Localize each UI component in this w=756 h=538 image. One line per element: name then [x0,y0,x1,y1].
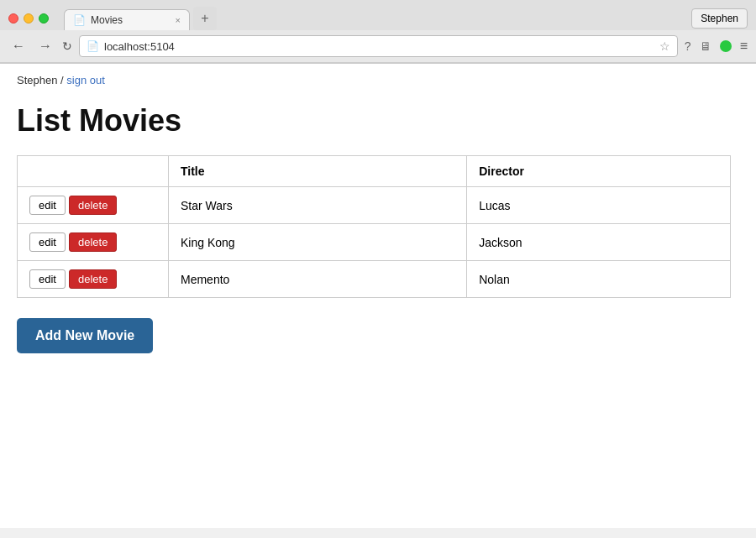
traffic-lights [8,13,49,24]
table-cell-title: Memento [169,261,467,298]
add-new-movie-button[interactable]: Add New Movie [17,318,153,353]
cast-icon[interactable]: 🖥 [700,39,711,53]
col-header-actions [18,156,169,187]
table-row: editdeleteMementoNolan [18,261,731,298]
address-bar: ← → ↻ 📄 localhost:5104 ☆ ? 🖥 ≡ [0,30,756,63]
breadcrumb: Stephen / sign out [17,74,739,86]
url-page-icon: 📄 [87,40,99,52]
bookmark-icon[interactable]: ☆ [659,39,670,53]
delete-button[interactable]: delete [69,269,117,289]
new-tab-button[interactable]: + [193,7,217,30]
table-cell-director: Jackson [467,224,731,261]
table-cell-actions: editdelete [18,261,169,298]
profile-button[interactable]: Stephen [691,8,748,29]
close-window-button[interactable] [8,13,18,24]
toolbar-icons: ? 🖥 ≡ [685,39,748,54]
help-icon[interactable]: ? [685,39,691,53]
edit-button[interactable]: edit [29,269,66,289]
delete-button[interactable]: delete [69,196,117,215]
tab-page-icon: 📄 [73,14,86,26]
signout-link[interactable]: sign out [66,74,105,86]
minimize-window-button[interactable] [24,13,34,24]
delete-button[interactable]: delete [69,232,117,252]
forward-button[interactable]: → [35,38,55,55]
table-cell-director: Nolan [467,261,731,298]
edit-button[interactable]: edit [29,196,66,215]
movies-table: Title Director editdeleteStar WarsLucase… [17,155,731,298]
table-cell-director: Lucas [467,187,731,224]
table-row: editdeleteStar WarsLucas [18,187,731,224]
browser-tab[interactable]: 📄 Movies × [64,9,190,30]
url-bar[interactable]: 📄 localhost:5104 ☆ [79,35,678,57]
extension-icon[interactable] [720,40,732,52]
tab-bar: 📄 Movies × + [64,7,685,30]
col-header-director: Director [467,156,731,187]
table-cell-actions: editdelete [18,187,169,224]
table-header-row: Title Director [18,156,731,187]
table-cell-title: King Kong [169,224,467,261]
back-button[interactable]: ← [8,38,29,55]
tab-title: Movies [91,14,123,26]
col-header-title: Title [169,156,467,187]
table-cell-actions: editdelete [18,224,169,261]
table-row: editdeleteKing KongJackson [18,224,731,261]
title-bar: 📄 Movies × + Stephen [0,0,756,30]
page-title: List Movies [17,103,739,138]
browser-chrome: 📄 Movies × + Stephen ← → ↻ 📄 localhost:5… [0,0,756,64]
table-cell-title: Star Wars [169,187,467,224]
refresh-button[interactable]: ↻ [62,39,72,53]
maximize-window-button[interactable] [39,13,49,24]
page-content: Stephen / sign out List Movies Title Dir… [0,64,756,528]
breadcrumb-user: Stephen [17,74,57,86]
url-text: localhost:5104 [104,40,654,53]
tab-close-button[interactable]: × [176,15,181,25]
edit-button[interactable]: edit [29,232,66,252]
menu-icon[interactable]: ≡ [740,39,748,54]
